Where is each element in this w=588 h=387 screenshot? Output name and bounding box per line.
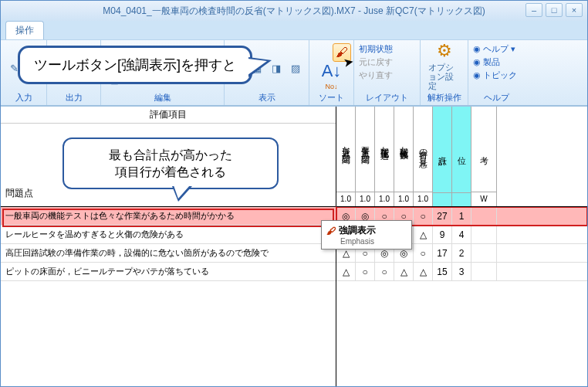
- col-header-5: 計点: [433, 107, 452, 206]
- cell: [471, 226, 497, 243]
- column-headers: 身近な問題か1.0重要な問題か1.0適正化可能か1.0数値化可能か1.0持者の意…: [336, 107, 587, 206]
- cell: 1: [452, 207, 471, 225]
- cell: △: [414, 263, 433, 280]
- close-button[interactable]: ×: [566, 3, 583, 17]
- col-header-7: 考W: [471, 107, 497, 206]
- callout2-line2: 項目行が着色される: [115, 165, 226, 178]
- tooltip-sub: Emphasis: [326, 237, 376, 246]
- group-label-layout: レイアウト: [366, 92, 408, 104]
- group-label-output: 出力: [66, 92, 83, 104]
- group-label-view: 表示: [259, 92, 275, 104]
- ribbon-group-help: ◉ ヘルプ ▾ ◉ 製品 ◉ トピック ヘルプ: [468, 40, 524, 105]
- group-label-help: ヘルプ: [484, 92, 509, 104]
- tooltip-emphasis: 🖌強調表示 Emphasis: [321, 220, 412, 250]
- tab-operate[interactable]: 操作: [5, 21, 44, 39]
- cell: 9: [433, 226, 452, 243]
- cell: ○: [414, 207, 433, 225]
- window-buttons: – □ ×: [525, 3, 583, 17]
- cell: 2: [452, 244, 471, 262]
- cell: 27: [433, 207, 452, 225]
- option-label: オプション設定: [428, 63, 460, 90]
- col-header-4: 持者の意見1.0: [414, 107, 433, 206]
- window-title: M04_0401_一般車両の検査時間の反省(マトリックス図).MX7 - Jus…: [103, 5, 485, 18]
- cell: ○: [414, 244, 433, 262]
- callout-result: 最も合計点が高かった 項目行が着色される: [63, 137, 279, 189]
- sort-icon: A↓: [322, 61, 342, 81]
- cell: ○: [356, 263, 375, 280]
- help-topic[interactable]: ◉ トピック: [473, 70, 517, 81]
- gear-icon: ⚙: [437, 41, 452, 61]
- col-header-1: 重要な問題か1.0: [356, 107, 375, 206]
- cell: [471, 207, 497, 225]
- sort-button[interactable]: A↓ No↓: [319, 59, 345, 92]
- tooltip-title: 強調表示: [339, 224, 376, 237]
- app-window: M04_0401_一般車両の検査時間の反省(マトリックス図).MX7 - Jus…: [0, 0, 588, 387]
- titlebar: M04_0401_一般車両の検査時間の反省(マトリックス図).MX7 - Jus…: [1, 1, 587, 21]
- problem-row[interactable]: ピットの床面が，ビニールテープやパテが落ちている: [1, 263, 336, 281]
- content-area: 🖌強調表示 Emphasis 評価項目 最も合計点が高かった 項目行が着色される…: [1, 106, 587, 386]
- cell: 15: [433, 263, 452, 280]
- cell: [471, 263, 497, 280]
- ribbon-group-layout: 初期状態 元に戻す やり直す レイアウト: [354, 40, 421, 105]
- callout1-text: ツールボタン[強調表示]を押すと: [34, 56, 236, 74]
- problem-row[interactable]: 一般車両の機能テストは色々な作業があるため時間がかかる: [1, 207, 336, 226]
- cell: △: [414, 226, 433, 243]
- problem-row[interactable]: 高圧回路試験の準備作業の時，設備的に危ない箇所があるので危険で: [1, 244, 336, 263]
- maximize-button[interactable]: □: [546, 3, 563, 17]
- brush-icon: 🖌: [326, 226, 336, 236]
- col-header-2: 適正化可能か1.0: [375, 107, 394, 206]
- ribbon-group-analysis: ⚙ オプション設定 解析操作: [421, 40, 468, 105]
- layout-initial[interactable]: 初期状態: [359, 43, 393, 55]
- problem-row[interactable]: レールヒータを温めすぎると火傷の危険がある: [1, 226, 336, 244]
- col-header-3: 数値化可能か1.0: [394, 107, 414, 206]
- ribbon-tabstrip: 操作: [1, 21, 587, 39]
- group-label-sort: ソート: [319, 92, 344, 104]
- option-button[interactable]: ⚙ オプション設定: [425, 39, 463, 92]
- cell: 4: [452, 226, 471, 243]
- minimize-button[interactable]: –: [525, 3, 542, 17]
- col-header-0: 身近な問題か1.0: [336, 107, 356, 206]
- cell: △: [394, 263, 414, 280]
- data-row[interactable]: △○○△△153: [336, 263, 587, 281]
- help-menu[interactable]: ◉ ヘルプ ▾: [473, 43, 517, 55]
- cell: △: [336, 263, 356, 280]
- cell: [471, 244, 497, 262]
- view-icon-4[interactable]: ▨: [287, 60, 304, 77]
- eval-header: 評価項目: [1, 107, 336, 124]
- layout-undo: 元に戻す: [359, 56, 393, 68]
- group-label-edit: 編集: [154, 92, 171, 104]
- cell: ○: [375, 263, 394, 280]
- layout-redo: やり直す: [359, 70, 393, 81]
- left-pane: 評価項目 最も合計点が高かった 項目行が着色される 問題点 一般車両の機能テスト…: [1, 107, 336, 386]
- problem-label: 問題点: [5, 187, 33, 200]
- cell: 17: [433, 244, 452, 262]
- callout-instruction: ツールボタン[強調表示]を押すと: [18, 46, 252, 84]
- callout2-line1: 最も合計点が高かった: [109, 148, 232, 161]
- group-label-analysis: 解析操作: [427, 92, 461, 104]
- cell: 3: [452, 263, 471, 280]
- group-label-input: 入力: [15, 92, 32, 104]
- help-product[interactable]: ◉ 製品: [473, 56, 517, 68]
- col-header-6: 位: [452, 107, 471, 206]
- problem-rows: 一般車両の機能テストは色々な作業があるため時間がかかるレールヒータを温めすぎると…: [1, 207, 336, 281]
